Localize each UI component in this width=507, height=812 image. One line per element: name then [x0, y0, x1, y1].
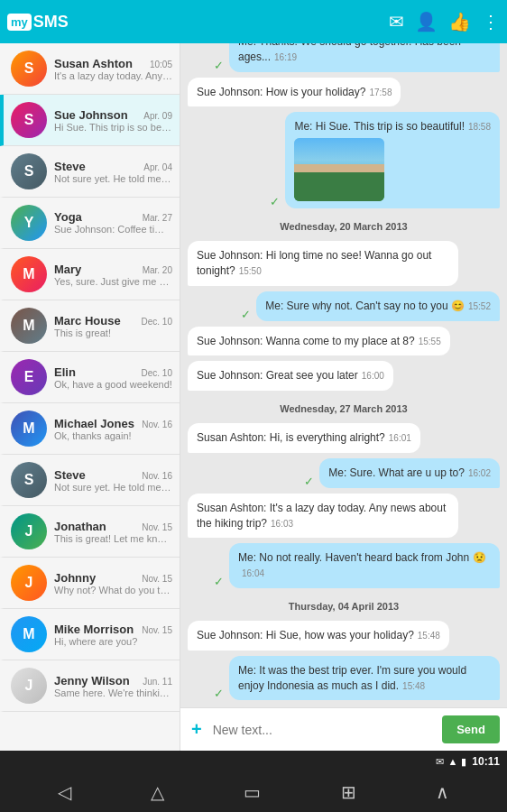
- sidebar-item-sue[interactable]: SSue JohnsonApr. 09Hi Sue. This trip is …: [0, 95, 180, 146]
- message-bubble: Sue Johnson: Hi Sue, how was your holida…: [188, 621, 449, 651]
- contact-info: Michael JonesNov. 16Ok, thanks again!: [54, 417, 172, 441]
- recents-icon[interactable]: ▭: [244, 781, 261, 803]
- chat-input-area: + Send: [180, 707, 507, 751]
- checkmark-icon: ✓: [241, 308, 251, 321]
- checkmark-icon: ✓: [214, 59, 224, 72]
- contact-name: Michael Jones: [54, 417, 134, 430]
- table-row: Sue Johnson: How is your holiday?17:58: [188, 78, 500, 107]
- message-time: 16:02: [468, 468, 491, 478]
- message-bubble: Me: No not really. Haven't heard back fr…: [229, 543, 500, 588]
- avatar: E: [11, 359, 47, 395]
- message-bubble: Susan Ashton: It's a lazy day today. Any…: [188, 494, 458, 539]
- wifi-icon: ▲: [447, 756, 457, 767]
- sidebar-item-marc[interactable]: MMarc HouseDec. 10This is great!: [0, 300, 180, 352]
- table-row: Sue Johnson: Wanna come to my place at 8…: [188, 327, 500, 356]
- avatar: Y: [11, 205, 47, 241]
- message-text: Me: It was the best trip ever. I'm sure …: [238, 664, 466, 692]
- sidebar-item-michael[interactable]: MMichael JonesNov. 16Ok, thanks again!: [0, 403, 180, 455]
- avatar: J: [11, 668, 47, 704]
- message-text: Sue Johnson: Hi long time no see! Wanna …: [197, 249, 431, 277]
- message-text: Sue Johnson: Great see you later: [197, 369, 358, 382]
- sidebar-item-steve2[interactable]: SSteveNov. 16Not sure yet. He told me to…: [0, 455, 180, 506]
- contact-info: YogaMar. 27Sue Johnson: Coffee time ☕: [54, 210, 172, 235]
- send-button[interactable]: Send: [442, 715, 500, 743]
- contact-info: Sue JohnsonApr. 09Hi Sue. This trip is s…: [54, 108, 172, 133]
- table-row: Sue Johnson: Hi long time no see! Wanna …: [188, 241, 500, 286]
- message-preview: Not sure yet. He told me to ta...: [54, 482, 172, 493]
- sidebar-item-steve[interactable]: SSteveApr. 04Not sure yet. He told me to…: [0, 146, 180, 198]
- message-preview: Sue Johnson: Coffee time ☕: [54, 224, 172, 235]
- main-content: SSusan Ashton10:05It's a lazy day today.…: [0, 43, 507, 751]
- contacts-icon[interactable]: 👤: [415, 11, 438, 32]
- message-bubble: Me: Thanks! We should go together. Has b…: [229, 43, 500, 72]
- qr-icon[interactable]: ⊞: [341, 781, 356, 803]
- contact-date: Dec. 10: [142, 368, 172, 378]
- sidebar-item-johnny[interactable]: JJohnnyNov. 15Why not? What do you think…: [0, 558, 180, 609]
- table-row: ✓Me: Sure. What are u up to?16:02: [188, 458, 500, 488]
- attach-button[interactable]: +: [188, 715, 206, 743]
- message-text: Me: Thanks! We should go together. Has b…: [238, 43, 461, 63]
- message-time: 16:19: [274, 52, 297, 62]
- message-preview: Hi, where are you?: [54, 636, 172, 647]
- status-icons: ✉ ▲ ▮: [436, 756, 466, 768]
- table-row: Sue Johnson: Hi Sue, how was your holida…: [188, 621, 500, 651]
- avatar: M: [11, 308, 47, 344]
- contact-date: Mar. 27: [143, 213, 172, 223]
- logo-my: my: [7, 14, 32, 31]
- sidebar-item-elin[interactable]: EElinDec. 10Ok, have a good weekend!: [0, 352, 180, 403]
- message-preview: Why not? What do you think ...: [54, 585, 172, 595]
- contact-date: Nov. 16: [142, 471, 172, 481]
- message-time: 18:58: [468, 122, 491, 132]
- contact-name: Mary: [54, 263, 81, 276]
- contact-name: Jonathan: [54, 520, 106, 533]
- message-preview: Yes, sure. Just give me a call!: [54, 276, 172, 287]
- table-row: Susan Ashton: Hi, is everything alright?…: [188, 423, 500, 453]
- message-input[interactable]: [213, 719, 436, 741]
- contact-name: Johnny: [54, 571, 96, 585]
- message-preview: Not sure yet. He told me to ta...: [54, 173, 172, 184]
- chat-area: ✓Me: Thanks! We should go together. Has …: [180, 43, 507, 751]
- date-divider: Wednesday, 20 March 2013: [188, 214, 500, 235]
- sidebar-item-mike[interactable]: MMike MorrisonNov. 15Hi, where are you?: [0, 609, 180, 660]
- avatar: S: [11, 153, 47, 189]
- sidebar-item-yoga[interactable]: YYogaMar. 27Sue Johnson: Coffee time ☕: [0, 198, 180, 249]
- menu-icon[interactable]: ⋮: [482, 11, 500, 32]
- home-icon[interactable]: △: [151, 781, 164, 803]
- sidebar-item-susan[interactable]: SSusan Ashton10:05It's a lazy day today.…: [0, 43, 180, 95]
- contact-date: Jun. 11: [143, 677, 172, 687]
- message-bubble: Me: Sure. What are u up to?16:02: [319, 458, 500, 488]
- contact-date: Apr. 09: [143, 111, 172, 121]
- message-text: Me: Sure why not. Can't say no to you 😊: [265, 300, 465, 312]
- avatar: S: [11, 462, 47, 498]
- checkmark-icon: ✓: [214, 687, 224, 700]
- status-time: 10:11: [472, 755, 500, 768]
- contact-info: MaryMar. 20Yes, sure. Just give me a cal…: [54, 263, 172, 287]
- contact-name: Steve: [54, 468, 86, 482]
- compose-icon[interactable]: ✉: [389, 11, 404, 32]
- avatar: J: [11, 565, 47, 601]
- back-icon[interactable]: ◁: [58, 781, 71, 803]
- sidebar-item-mary[interactable]: MMaryMar. 20Yes, sure. Just give me a ca…: [0, 249, 180, 300]
- contact-info: JonathanNov. 15This is great! Let me kno…: [54, 520, 172, 544]
- contact-date: Apr. 04: [143, 162, 172, 172]
- contact-date: Dec. 10: [142, 317, 172, 327]
- like-icon[interactable]: 👍: [448, 11, 471, 32]
- contact-date: 10:05: [150, 60, 172, 69]
- sidebar-item-jenny[interactable]: JJenny WilsonJun. 11Same here. We're thi…: [0, 660, 180, 712]
- contact-info: Mike MorrisonNov. 15Hi, where are you?: [54, 623, 172, 647]
- contact-date: Nov. 15: [142, 625, 172, 635]
- message-bubble: Susan Ashton: Hi, is everything alright?…: [188, 423, 420, 453]
- avatar: M: [11, 411, 47, 447]
- up-icon[interactable]: ∧: [436, 781, 449, 803]
- contact-date: Mar. 20: [143, 265, 172, 275]
- table-row: ✓Me: Sure why not. Can't say no to you 😊…: [188, 291, 500, 321]
- chat-messages: ✓Me: Thanks! We should go together. Has …: [180, 43, 507, 707]
- contact-info: Jenny WilsonJun. 11Same here. We're thin…: [54, 674, 172, 698]
- sidebar-item-jonathan[interactable]: JJonathanNov. 15This is great! Let me kn…: [0, 506, 180, 558]
- table-row: ✓Me: Thanks! We should go together. Has …: [188, 43, 500, 72]
- message-preview: Hi Sue. This trip is so bea...: [54, 122, 172, 133]
- header-icons: ✉ 👤 👍 ⋮: [389, 11, 500, 32]
- checkmark-icon: ✓: [270, 195, 280, 208]
- message-time: 17:58: [369, 88, 392, 97]
- message-time: 15:50: [239, 266, 262, 276]
